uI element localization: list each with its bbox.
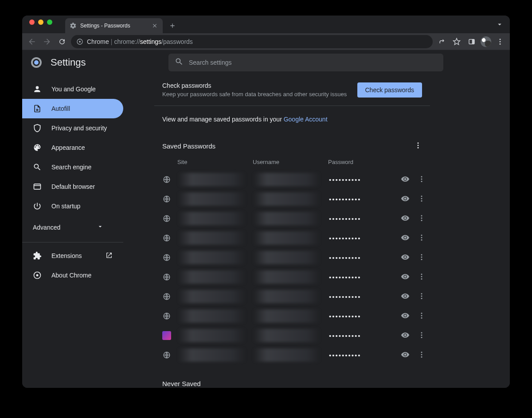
username-cell bbox=[254, 173, 320, 186]
password-mask: •••••••••• bbox=[329, 352, 401, 359]
show-password-button[interactable] bbox=[401, 272, 410, 282]
side-panel-button[interactable] bbox=[466, 35, 478, 48]
browser-tab[interactable]: Settings - Passwords bbox=[65, 18, 163, 33]
page-title: Settings bbox=[51, 57, 86, 68]
close-window-button[interactable] bbox=[29, 20, 35, 25]
username-cell bbox=[254, 231, 320, 245]
chrome-icon bbox=[33, 271, 42, 280]
password-mask: •••••••••• bbox=[329, 332, 401, 340]
settings-search-input[interactable] bbox=[189, 59, 437, 66]
show-password-button[interactable] bbox=[401, 331, 410, 341]
show-password-button[interactable] bbox=[401, 253, 410, 263]
sidebar-item-privacy[interactable]: Privacy and security bbox=[22, 118, 123, 138]
sidebar-item-you-and-google[interactable]: You and Google bbox=[22, 79, 123, 99]
svg-point-25 bbox=[421, 219, 422, 221]
svg-point-35 bbox=[421, 273, 422, 275]
password-row[interactable]: •••••••••• bbox=[154, 267, 430, 287]
profile-avatar[interactable] bbox=[481, 36, 491, 47]
sidebar-item-label: You and Google bbox=[51, 86, 96, 93]
site-info-icon[interactable] bbox=[76, 38, 83, 45]
show-password-button[interactable] bbox=[401, 175, 410, 185]
svg-point-45 bbox=[421, 317, 422, 318]
password-row[interactable]: •••••••••• bbox=[154, 306, 430, 326]
password-mask: •••••••••• bbox=[329, 313, 401, 320]
sidebar-item-default-browser[interactable]: Default browser bbox=[22, 177, 123, 196]
row-menu-button[interactable] bbox=[418, 292, 426, 301]
share-button[interactable] bbox=[435, 35, 448, 48]
close-tab-button[interactable] bbox=[151, 22, 158, 29]
svg-point-10 bbox=[36, 274, 39, 277]
sidebar-item-appearance[interactable]: Appearance bbox=[22, 138, 123, 157]
svg-point-4 bbox=[500, 39, 501, 40]
reload-button[interactable] bbox=[56, 35, 68, 48]
show-password-button[interactable] bbox=[401, 194, 410, 204]
username-cell bbox=[254, 309, 320, 323]
row-menu-button[interactable] bbox=[418, 195, 426, 204]
svg-point-36 bbox=[421, 276, 422, 277]
sidebar-advanced-toggle[interactable]: Advanced bbox=[22, 216, 114, 238]
svg-point-16 bbox=[421, 178, 422, 180]
bookmark-button[interactable] bbox=[450, 35, 463, 48]
show-password-button[interactable] bbox=[401, 311, 410, 321]
chrome-menu-button[interactable] bbox=[494, 35, 506, 48]
svg-rect-3 bbox=[472, 39, 474, 44]
url-product: Chrome bbox=[87, 38, 109, 45]
show-password-button[interactable] bbox=[401, 214, 410, 224]
password-row[interactable]: •••••••••• bbox=[154, 209, 430, 228]
back-button[interactable] bbox=[26, 35, 38, 48]
tabs-dropdown-button[interactable] bbox=[496, 16, 504, 33]
sidebar-item-about-chrome[interactable]: About Chrome bbox=[22, 266, 123, 285]
settings-header: Settings bbox=[22, 50, 510, 75]
show-password-button[interactable] bbox=[401, 292, 410, 302]
password-row[interactable]: •••••••••• bbox=[154, 189, 430, 209]
username-cell bbox=[254, 290, 320, 303]
username-cell bbox=[254, 212, 320, 225]
password-row[interactable]: •••••••••• bbox=[154, 228, 430, 248]
maximize-window-button[interactable] bbox=[47, 20, 52, 25]
chevron-down-icon bbox=[97, 223, 104, 231]
row-menu-button[interactable] bbox=[418, 312, 426, 321]
address-bar[interactable]: Chrome | chrome://settings/passwords bbox=[71, 35, 433, 48]
row-menu-button[interactable] bbox=[418, 214, 426, 223]
svg-point-17 bbox=[421, 180, 422, 182]
sidebar-item-label: Privacy and security bbox=[51, 125, 107, 132]
forward-button[interactable] bbox=[41, 35, 53, 48]
google-account-link[interactable]: Google Account bbox=[284, 116, 328, 123]
password-row[interactable]: •••••••••• bbox=[154, 345, 430, 365]
row-menu-button[interactable] bbox=[418, 331, 426, 340]
sidebar-item-label: Search engine bbox=[51, 164, 91, 171]
password-list: ••••••••••••••••••••••••••••••••••••••••… bbox=[154, 170, 430, 365]
password-row[interactable]: •••••••••• bbox=[154, 248, 430, 267]
site-cell bbox=[178, 329, 246, 342]
sidebar-item-autofill[interactable]: Autofill bbox=[22, 99, 123, 118]
shield-icon bbox=[33, 124, 42, 133]
row-menu-button[interactable] bbox=[418, 351, 426, 360]
svg-point-20 bbox=[421, 198, 422, 199]
svg-point-11 bbox=[418, 142, 419, 144]
person-icon bbox=[33, 85, 42, 94]
password-row[interactable]: •••••••••• bbox=[154, 326, 430, 345]
row-menu-button[interactable] bbox=[418, 253, 426, 262]
username-cell bbox=[254, 348, 320, 362]
svg-point-32 bbox=[421, 256, 422, 258]
saved-passwords-menu-button[interactable] bbox=[414, 141, 422, 151]
row-menu-button[interactable] bbox=[418, 175, 426, 184]
saved-passwords-header: Saved Passwords bbox=[154, 133, 430, 154]
show-password-button[interactable] bbox=[401, 233, 410, 243]
settings-search[interactable] bbox=[168, 54, 443, 71]
password-row[interactable]: •••••••••• bbox=[154, 170, 430, 189]
site-cell bbox=[178, 309, 246, 323]
password-row[interactable]: •••••••••• bbox=[154, 287, 430, 306]
username-cell bbox=[254, 329, 320, 342]
sidebar-item-on-startup[interactable]: On startup bbox=[22, 196, 123, 216]
minimize-window-button[interactable] bbox=[38, 20, 43, 25]
new-tab-button[interactable] bbox=[166, 20, 179, 32]
check-passwords-button[interactable]: Check passwords bbox=[357, 82, 422, 98]
svg-point-1 bbox=[79, 41, 81, 43]
show-password-button[interactable] bbox=[401, 350, 410, 360]
row-menu-button[interactable] bbox=[418, 234, 426, 243]
sidebar-item-extensions[interactable]: Extensions bbox=[22, 246, 123, 266]
svg-point-47 bbox=[421, 334, 422, 336]
row-menu-button[interactable] bbox=[418, 273, 426, 282]
sidebar-item-search-engine[interactable]: Search engine bbox=[22, 157, 123, 177]
